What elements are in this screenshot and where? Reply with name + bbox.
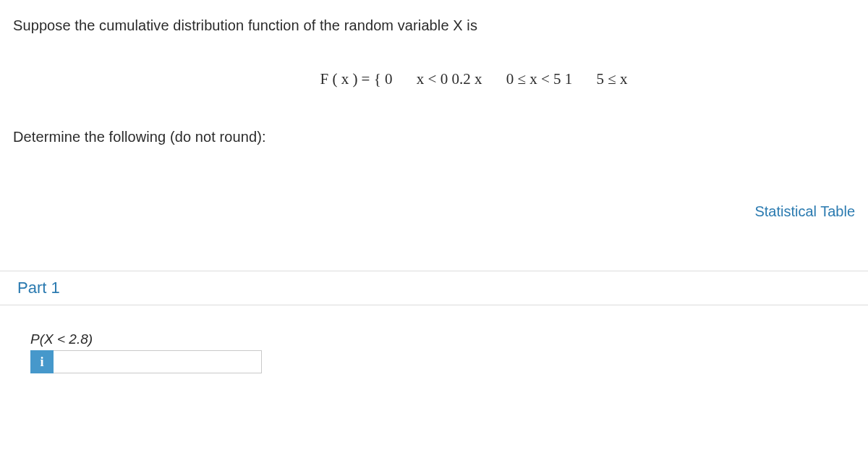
statistical-table-link[interactable]: Statistical Table — [754, 203, 855, 219]
answer-input[interactable] — [54, 350, 262, 373]
cdf-formula: F ( x ) = { 0 x < 0 0.2 x 0 ≤ x < 5 1 5 … — [13, 70, 855, 88]
formula-piece-3: 5 ≤ x — [597, 70, 628, 88]
info-icon[interactable]: i — [30, 350, 54, 373]
formula-piece-2: 0 ≤ x < 5 1 — [506, 70, 573, 88]
formula-lhs: F ( x ) = { 0 — [320, 70, 392, 88]
part-title: Part 1 — [17, 279, 60, 297]
formula-piece-1: x < 0 0.2 x — [417, 70, 482, 88]
answer-input-group: i — [30, 350, 262, 373]
part-header: Part 1 — [0, 271, 868, 305]
intro-text: Suppose the cumulative distribution func… — [13, 17, 855, 34]
probability-label: P(X < 2.8) — [30, 331, 855, 347]
determine-text: Determine the following (do not round): — [13, 129, 855, 145]
